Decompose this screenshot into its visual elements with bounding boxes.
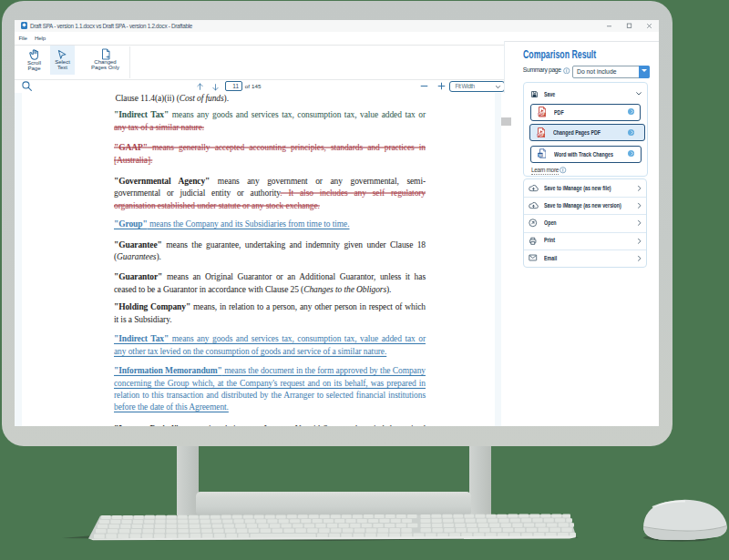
- svg-text:PDF: PDF: [539, 113, 545, 117]
- svg-text:PDF: PDF: [538, 134, 544, 137]
- svg-text:W: W: [538, 153, 541, 158]
